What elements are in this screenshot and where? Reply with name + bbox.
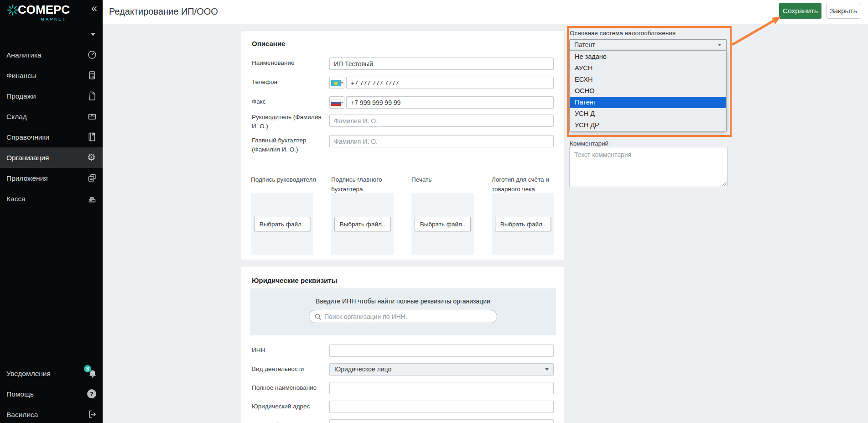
sidebar-item-warehouse[interactable]: Склад [0,106,103,127]
save-button[interactable]: Сохранить [779,3,821,19]
accountant-input[interactable] [329,135,554,147]
phone-label: Телефон [252,78,328,87]
inn-search-input[interactable] [324,311,493,322]
name-label: Наименование [252,58,328,68]
apps-icon [87,173,97,183]
tax-option[interactable]: Патент [570,97,726,108]
section-title-description: Описание [252,40,285,47]
tax-system-select[interactable]: Патент [569,39,727,50]
app-window: COMEPC МАРКЕТ « Аналитика Финансы [0,0,868,423]
inn-search-field [309,310,497,323]
activity-type-label: Вид деятельности [252,365,328,374]
page-header: Редактирование ИП/ООО Сохранить Закрыть [103,0,868,24]
tax-option[interactable]: АУСН [570,62,726,73]
sidebar-item-finance[interactable]: Финансы [0,65,103,86]
tax-option[interactable]: ЕСХН [570,73,726,85]
upload-dropzone[interactable]: Выбрать файл.. [251,193,313,255]
upload-dropzone[interactable]: Выбрать файл.. [411,193,474,255]
tax-option[interactable]: Не задано [570,51,726,62]
brand-subtitle: МАРКЕТ [41,16,67,21]
bell-icon [88,369,98,379]
choose-file-button[interactable]: Выбрать файл.. [254,217,311,231]
choose-file-button[interactable]: Выбрать файл.. [334,217,391,231]
upload-dropzone[interactable]: Выбрать файл.. [331,193,394,255]
postal-address-label: Почтовый адрес [252,421,328,423]
phone-input[interactable] [346,77,554,89]
comment-textarea[interactable] [569,147,728,187]
phone-country-select[interactable] [329,77,344,89]
activity-type-value: Юридическое лицо [334,364,391,375]
sidebar-item-organization[interactable]: Организация ⚙ [0,147,103,168]
calculator-icon [87,70,97,80]
chevron-down-icon[interactable] [91,33,95,36]
brand-logo: COMEPC МАРКЕТ [0,0,103,27]
director-label: Руководитель (Фамилия И. О.) [252,113,328,131]
choose-file-button[interactable]: Выбрать файл.. [495,217,551,231]
chevron-down-icon [545,368,549,371]
sidebar-collapse-icon[interactable]: « [91,2,97,15]
page-title: Редактирование ИП/ООО [109,6,218,17]
director-input[interactable] [329,115,554,127]
tax-option[interactable]: УСН Д [570,108,726,120]
sidebar-item-directories[interactable]: Справочники [0,127,103,147]
sidebar-item-applications[interactable]: Приложения [0,168,103,188]
legal-address-input[interactable] [329,401,554,413]
accountant-label: Главный бухгалтер (Фамилия И. О.) [252,136,328,154]
content-area: Описание Наименование Телефон Факс Руков… [103,24,868,423]
fax-country-select[interactable] [329,96,344,109]
full-name-label: Полное наименование [252,383,328,392]
postal-address-input[interactable] [329,419,554,423]
tax-system-selected-value: Патент [574,40,595,50]
cash-register-icon [87,193,97,204]
gauge-icon [87,50,97,60]
chevron-down-icon [718,44,722,46]
legal-address-label: Юридический адрес [252,402,328,411]
book-icon [87,132,97,142]
logout-icon [87,409,97,419]
inn-search-panel: Введите ИНН чтобы найти полные реквизиты… [250,288,556,335]
tax-system-dropdown: Не задано АУСН ЕСХН ОСНО Патент УСН Д УС… [569,50,727,131]
section-title-legal: Юридические реквизиты [252,277,337,284]
sidebar-item-cashdesk[interactable]: Касса [0,188,103,209]
russia-flag-icon [331,99,341,106]
sidebar-item-sales[interactable]: Продажи [0,86,103,106]
choose-file-button[interactable]: Выбрать файл.. [415,217,471,231]
sidebar-item-analytics[interactable]: Аналитика [0,45,103,65]
brand-name: COMEPC [18,3,70,17]
close-button[interactable]: Закрыть [826,3,860,19]
box-icon [87,111,97,121]
activity-type-select[interactable]: Юридическое лицо [329,363,554,376]
kazakhstan-flag-icon [331,80,341,86]
description-card: Описание Наименование Телефон Факс Руков… [241,31,564,260]
chevron-down-icon [341,102,343,104]
fax-input[interactable] [346,96,554,109]
comment-label: Комментарий [570,140,608,147]
upload-dropzone[interactable]: Выбрать файл.. [492,193,554,255]
inn-hint-text: Введите ИНН чтобы найти полные реквизиты… [250,298,556,305]
sidebar-item-help[interactable]: Помощь ? [0,384,103,404]
sidebar-item-notifications[interactable]: Уведомления 8 [0,363,103,384]
name-input[interactable] [329,57,554,70]
full-name-input[interactable] [329,382,554,394]
inn-label: ИНН [252,346,328,355]
tax-option[interactable]: ОСНО [570,85,726,96]
starburst-icon [7,4,19,16]
fax-label: Факс [252,97,328,106]
search-icon [314,313,322,320]
legal-details-card: Юридические реквизиты Введите ИНН чтобы … [241,266,564,423]
tax-option[interactable]: УСН ДР [570,120,726,131]
document-icon [87,91,97,101]
question-icon: ? [87,389,97,399]
tax-system-label: Основная система налогообложения [570,30,676,37]
chevron-down-icon [341,82,343,84]
sidebar-item-user-logout[interactable]: Василиса [0,404,103,423]
sidebar: COMEPC МАРКЕТ « Аналитика Финансы [0,0,103,423]
gear-icon: ⚙ [87,152,97,162]
inn-input[interactable] [329,345,554,357]
